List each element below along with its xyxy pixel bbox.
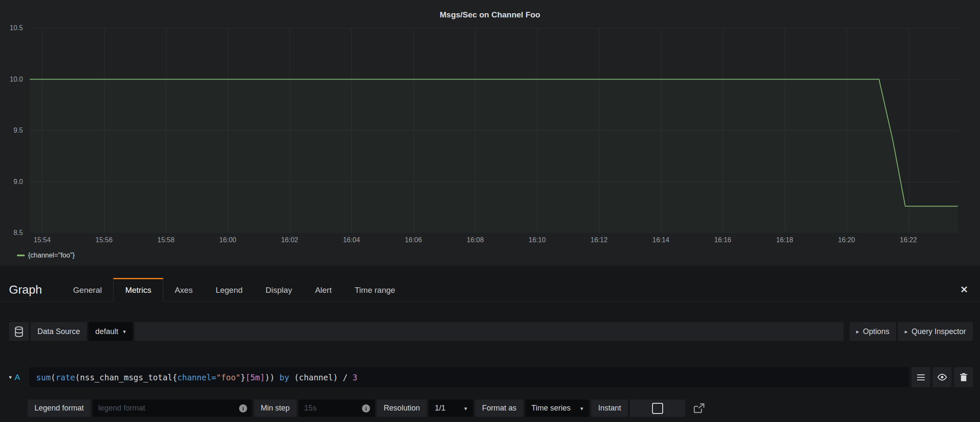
resolution-value: 1/1 [435, 404, 445, 413]
menu-icon [917, 377, 925, 378]
graph-panel: Msgs/Sec on Channel Foo 8.59.09.510.010.… [0, 0, 980, 266]
x-tick-label: 16:12 [590, 236, 607, 244]
chart-svg [30, 28, 958, 233]
tab-time-range[interactable]: Time range [343, 278, 407, 302]
x-tick-label: 16:16 [714, 236, 731, 244]
caret-down-icon: ▾ [580, 405, 583, 411]
tab-display[interactable]: Display [254, 278, 303, 302]
resolution-select[interactable]: 1/1 ▾ [429, 399, 473, 417]
query-text: sum(rate(nss_chan_msgs_total{channel="fo… [36, 373, 357, 382]
x-axis-labels: 15:5415:5615:5816:0016:0216:0416:0616:08… [30, 236, 958, 246]
x-tick-label: 15:58 [157, 236, 174, 244]
legend-series-label: {channel="foo"} [28, 252, 75, 259]
instant-checkbox[interactable] [652, 403, 663, 414]
caret-down-icon: ▾ [464, 405, 467, 411]
external-link-icon [693, 403, 705, 414]
legend-format-label: Legend format [28, 399, 91, 417]
grafana-panel-editor: Msgs/Sec on Channel Foo 8.59.09.510.010.… [0, 0, 980, 422]
x-tick-label: 16:10 [529, 236, 546, 244]
y-tick-label: 8.5 [14, 229, 23, 237]
eye-icon [937, 374, 947, 381]
caret-down-icon: ▾ [123, 329, 126, 334]
query-ref-id: A [15, 373, 20, 382]
options-button-label: Options [863, 327, 889, 336]
info-icon[interactable]: i [362, 404, 370, 412]
legend-format-input-wrap: i [93, 399, 252, 417]
query-options-row: Legend format i Min step i Resolution 1/… [28, 399, 710, 417]
x-tick-label: 16:14 [652, 236, 669, 244]
delete-query-button[interactable] [954, 367, 973, 387]
tab-bar: GeneralMetricsAxesLegendDisplayAlertTime… [62, 278, 407, 301]
x-tick-label: 15:54 [34, 236, 51, 244]
datasource-row-filler [134, 322, 843, 341]
x-tick-label: 16:08 [467, 236, 484, 244]
options-button[interactable]: ▸ Options [849, 322, 896, 341]
format-as-select[interactable]: Time series ▾ [525, 399, 589, 417]
format-as-value: Time series [531, 404, 570, 413]
y-tick-label: 9.0 [14, 178, 23, 186]
x-tick-label: 16:18 [776, 236, 793, 244]
min-step-input-wrap: i [299, 399, 375, 417]
spacer [845, 322, 848, 341]
query-expression-input[interactable]: sum(rate(nss_chan_msgs_total{channel="fo… [29, 367, 909, 387]
x-tick-label: 15:56 [96, 236, 113, 244]
panel-editor-header: Graph GeneralMetricsAxesLegendDisplayAle… [0, 278, 980, 302]
caret-right-icon: ▸ [905, 329, 908, 334]
datasource-label: Data Source [31, 322, 87, 341]
panel-title: Msgs/Sec on Channel Foo [0, 10, 980, 20]
query-inspector-button-label: Query Inspector [912, 327, 966, 336]
datasource-select[interactable]: default ▾ [88, 322, 133, 341]
min-step-label: Min step [254, 399, 296, 417]
query-menu-button[interactable] [912, 367, 930, 387]
instant-label: Instant [591, 399, 628, 417]
tab-alert[interactable]: Alert [304, 278, 343, 302]
x-tick-label: 16:02 [281, 236, 298, 244]
datasource-icon-cell [9, 322, 29, 341]
x-tick-label: 16:04 [343, 236, 360, 244]
query-inspector-button[interactable]: ▸ Query Inspector [898, 322, 973, 341]
editor-title: Graph [0, 283, 62, 297]
y-tick-label: 9.5 [14, 127, 23, 134]
x-tick-label: 16:06 [405, 236, 422, 244]
tab-metrics[interactable]: Metrics [113, 278, 163, 302]
datasource-value: default [95, 327, 118, 336]
resolution-label: Resolution [377, 399, 427, 417]
toggle-query-visibility-button[interactable] [933, 367, 952, 387]
share-query-button[interactable] [687, 399, 710, 417]
query-row: ▾ A sum(rate(nss_chan_msgs_total{channel… [9, 367, 973, 387]
y-axis-labels: 8.59.09.510.010.5 [0, 28, 26, 233]
tab-axes[interactable]: Axes [163, 278, 204, 302]
legend-series-swatch [17, 255, 25, 256]
y-tick-label: 10.5 [10, 24, 23, 32]
close-editor-button[interactable]: ✕ [949, 285, 980, 295]
graph-legend: {channel="foo"} [17, 252, 75, 259]
info-icon[interactable]: i [239, 404, 247, 412]
database-icon [14, 326, 23, 337]
tab-legend[interactable]: Legend [204, 278, 254, 302]
plot-area[interactable] [30, 28, 958, 233]
query-collapse-toggle[interactable]: ▾ A [9, 367, 27, 387]
caret-right-icon: ▸ [856, 329, 859, 334]
y-tick-label: 10.0 [10, 76, 23, 83]
datasource-row: Data Source default ▾ ▸ Options ▸ Query … [9, 322, 973, 341]
close-icon: ✕ [960, 284, 968, 295]
format-as-label: Format as [475, 399, 523, 417]
tab-general[interactable]: General [62, 278, 114, 302]
legend-format-input[interactable] [93, 399, 252, 417]
x-tick-label: 16:00 [219, 236, 236, 244]
legend-item[interactable]: {channel="foo"} [17, 252, 75, 259]
caret-down-icon: ▾ [9, 374, 12, 380]
x-tick-label: 16:20 [838, 236, 855, 244]
trash-icon [960, 373, 967, 381]
x-tick-label: 16:22 [900, 236, 917, 244]
instant-switch-cell [630, 399, 685, 417]
